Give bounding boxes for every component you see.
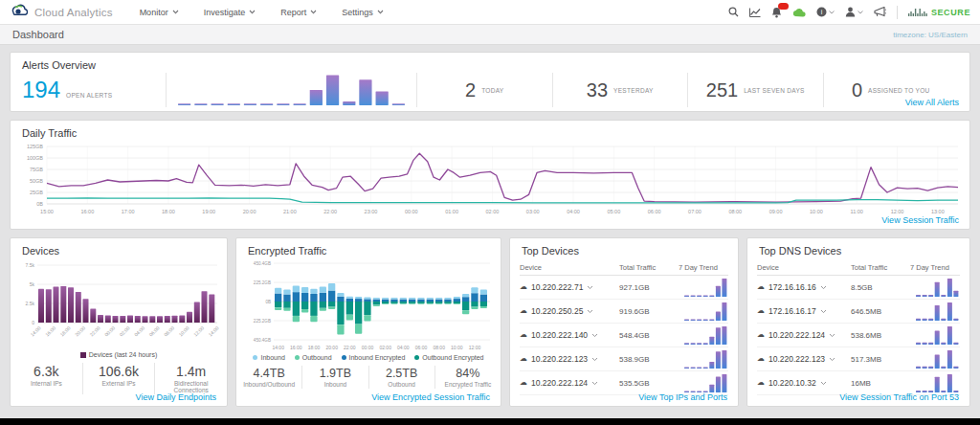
top-navbar: Cloud Analytics Monitor Investigate Repo…: [0, 0, 980, 25]
column-header: 7 Day Trend: [910, 263, 960, 272]
seven-days-value: 251: [706, 79, 738, 101]
cisco-logo-icon: [908, 7, 927, 17]
devices-bar-chart: 02.5k5k7.5k14:0016:0018:0020:0022:0000:0…: [11, 258, 227, 351]
svg-text:450.4GB: 450.4GB: [254, 338, 271, 343]
table-row: ☁10.220.222.140548.4GB: [520, 324, 728, 347]
svg-text:450.4GB: 450.4GB: [254, 261, 271, 266]
inbound-outbound-value: 4.4TB: [238, 367, 300, 380]
chevron-down-icon: [829, 11, 835, 14]
device-ip: 172.16.16.17: [768, 306, 816, 316]
device-ip: 172.16.16.16: [768, 282, 816, 292]
device-cell[interactable]: ☁10.220.222.123: [757, 354, 851, 364]
device-cell[interactable]: ☁10.220.250.25: [520, 306, 619, 316]
user-icon[interactable]: [845, 7, 863, 17]
svg-text:00:00: 00:00: [103, 324, 116, 337]
device-cloud-icon: ☁: [757, 355, 765, 363]
trend-sparkline: [679, 277, 728, 298]
device-cell[interactable]: ☁10.220.222.123: [520, 354, 619, 364]
encrypted-traffic-panel: Encrypted Traffic 450.4GB225.2GB0B225.2G…: [235, 237, 501, 407]
device-cell[interactable]: ☁10.220.222.71: [520, 282, 619, 292]
svg-text:04:00: 04:00: [567, 209, 580, 214]
menu-settings[interactable]: Settings: [342, 8, 384, 17]
view-session-traffic-port53-link[interactable]: View Session Traffic on Port 53: [839, 392, 959, 402]
column-header: Device: [520, 263, 619, 272]
trend-sparkline: [910, 348, 960, 369]
view-all-alerts-link[interactable]: View All Alerts: [905, 98, 959, 107]
svg-text:02:00: 02:00: [118, 324, 130, 337]
menu-monitor[interactable]: Monitor: [140, 8, 179, 17]
legend-label: Inbound Encrypted: [349, 354, 406, 361]
devices-stats: 6.3kInternal IPs 106.6kExternal IPs 1.4m…: [11, 363, 227, 394]
alerts-today-stat: 2 TODAY: [416, 73, 552, 107]
top-dns-devices-panel: Top DNS Devices DeviceTotal Traffic7 Day…: [746, 237, 970, 407]
device-cell[interactable]: ☁10.220.222.140: [520, 330, 619, 340]
legend-item: Outbound: [295, 354, 332, 361]
svg-text:04:00: 04:00: [133, 324, 145, 337]
devices-panel: Devices 02.5k5k7.5k14:0016:0018:0020:002…: [10, 237, 228, 407]
secure-brand-label: SECURE: [931, 8, 970, 17]
view-daily-endpoints-link[interactable]: View Daily Endpoints: [136, 392, 216, 402]
device-ip: 10.220.10.32: [768, 378, 816, 388]
info-circle-icon[interactable]: i: [816, 7, 835, 17]
device-cell[interactable]: ☁172.16.16.17: [757, 306, 851, 316]
menu-report-label: Report: [280, 8, 306, 17]
top-devices-table: DeviceTotal Traffic7 Day Trend☁10.220.22…: [510, 258, 738, 395]
table-row: ☁172.16.16.17646.5MB: [757, 300, 960, 324]
trend-sparkline: [910, 372, 960, 393]
device-cloud-icon: ☁: [520, 379, 527, 387]
svg-text:0B: 0B: [36, 201, 43, 207]
activity-chart-icon[interactable]: [749, 8, 761, 17]
svg-text:22:00: 22:00: [344, 345, 356, 350]
internal-ips-value: 6.3k: [12, 364, 80, 379]
alerts-histogram-chart: [166, 73, 416, 107]
announcements-megaphone-icon[interactable]: [874, 7, 886, 17]
chevron-down-icon: [591, 381, 598, 386]
device-ip: 10.220.222.123: [768, 354, 825, 364]
chevron-down-icon: [820, 309, 827, 314]
outbound-label: Outbound: [371, 381, 433, 388]
chevron-down-icon: [310, 10, 317, 14]
device-ip: 10.220.222.124: [768, 330, 825, 340]
svg-text:04:00: 04:00: [397, 345, 410, 350]
top-dns-devices-table: DeviceTotal Traffic7 Day Trend☁172.16.16…: [747, 258, 969, 395]
device-cell[interactable]: ☁172.16.16.16: [757, 282, 851, 292]
svg-text:02:00: 02:00: [486, 209, 500, 214]
svg-text:10:00: 10:00: [451, 345, 463, 350]
breadcrumb-bar: Dashboard timezone: US/Eastern: [0, 25, 980, 45]
device-cell[interactable]: ☁10.220.10.32: [757, 378, 851, 388]
encrypted-traffic-legend: InboundOutboundInbound EncryptedOutbound…: [236, 354, 501, 361]
cloud-status-icon[interactable]: [792, 8, 806, 17]
search-icon[interactable]: [728, 7, 739, 17]
daily-traffic-title: Daily Traffic: [11, 121, 969, 141]
table-header: DeviceTotal Traffic7 Day Trend: [757, 258, 960, 276]
total-traffic-value: 8.5GB: [851, 283, 910, 292]
svg-text:00:00: 00:00: [405, 209, 418, 214]
legend-item: Outbound Encrypted: [414, 354, 483, 361]
menu-investigate[interactable]: Investigate: [204, 8, 256, 17]
table-row: ☁10.220.222.71927.1GB: [520, 276, 728, 300]
device-cell[interactable]: ☁10.220.222.124: [520, 378, 619, 388]
device-ip: 10.220.222.140: [531, 330, 588, 340]
svg-text:23:00: 23:00: [365, 209, 378, 214]
inbound-outbound-label: Inbound/Outbound: [238, 381, 300, 388]
daily-traffic-panel: Daily Traffic 15:0016:0017:0018:0019:002…: [10, 120, 970, 230]
device-cell[interactable]: ☁10.220.222.124: [757, 330, 851, 340]
view-top-ips-ports-link[interactable]: View Top IPs and Ports: [638, 392, 727, 402]
legend-label: Outbound Encrypted: [422, 354, 483, 361]
svg-text:7.5k: 7.5k: [26, 262, 35, 268]
svg-text:75GB: 75GB: [30, 167, 43, 172]
menu-report[interactable]: Report: [280, 8, 317, 17]
total-traffic-value: 548.4GB: [619, 331, 679, 340]
svg-text:22:00: 22:00: [323, 209, 337, 214]
legend-swatch: [342, 355, 346, 360]
view-session-traffic-link[interactable]: View Session Traffic: [881, 215, 959, 225]
svg-text:16:00: 16:00: [80, 209, 94, 214]
device-cloud-icon: ☁: [520, 355, 527, 363]
table-header: DeviceTotal Traffic7 Day Trend: [520, 258, 728, 276]
trend-sparkline: [679, 324, 728, 346]
svg-text:12:00: 12:00: [469, 345, 481, 350]
view-encrypted-session-traffic-link[interactable]: View Encrypted Session Traffic: [371, 392, 490, 402]
svg-text:20:00: 20:00: [325, 345, 338, 350]
notifications-bell-icon[interactable]: [771, 7, 782, 18]
chevron-down-icon: [172, 10, 179, 14]
